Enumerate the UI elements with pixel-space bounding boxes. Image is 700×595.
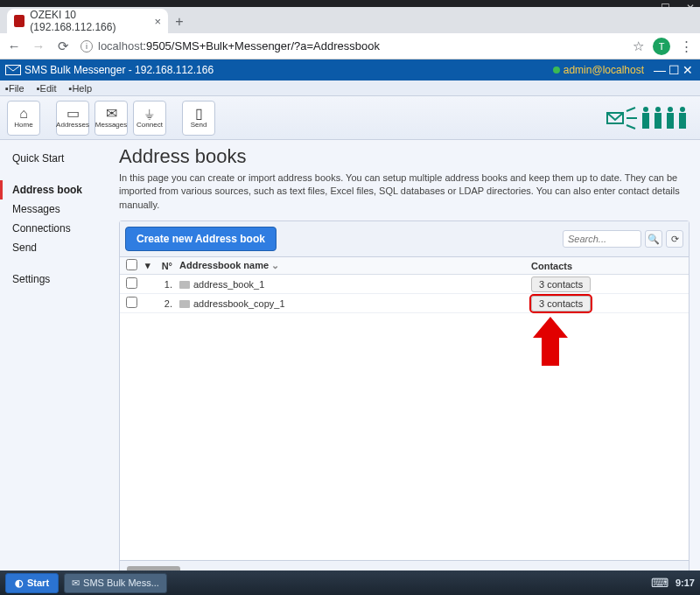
select-all-checkbox[interactable] xyxy=(126,259,137,270)
browser-tab-strip: OZEKI 10 (192.168.112.166) × + xyxy=(0,7,700,33)
browser-menu-button[interactable]: ⋮ xyxy=(679,38,693,54)
col-header-contacts[interactable]: Contacts xyxy=(531,261,689,271)
page-description: In this page you can create or import ad… xyxy=(119,172,690,212)
svg-point-8 xyxy=(680,107,685,112)
address-bar[interactable]: i localhost:9505/SMS+Bulk+Messenger/?a=A… xyxy=(80,39,622,52)
svg-point-4 xyxy=(655,107,661,112)
toolbar: ⌂Home ▭Addresses ✉Messages ⏚Connect ▯Sen… xyxy=(0,96,700,140)
sidebar-item-settings[interactable]: Settings xyxy=(0,270,119,289)
app-minimize-button[interactable]: — xyxy=(653,63,667,77)
browser-url-bar: ← → ⟳ i localhost:9505/SMS+Bulk+Messenge… xyxy=(0,33,700,60)
search-button[interactable]: 🔍 xyxy=(645,230,662,248)
row-checkbox[interactable] xyxy=(126,297,137,308)
reload-button[interactable]: ⟳ xyxy=(56,38,70,54)
contacts-button[interactable]: 3 contacts xyxy=(531,276,591,292)
page-title: Address books xyxy=(119,145,690,168)
toolbar-addresses-button[interactable]: ▭Addresses xyxy=(56,101,89,136)
keyboard-icon[interactable]: ⌨ xyxy=(651,576,668,590)
sidebar-item-messages[interactable]: Messages xyxy=(0,200,119,219)
sidebar-item-quickstart[interactable]: Quick Start xyxy=(0,149,119,168)
sidebar-item-addressbook[interactable]: Address book xyxy=(0,180,119,200)
toolbar-connect-button[interactable]: ⏚Connect xyxy=(133,101,166,136)
plug-icon: ⏚ xyxy=(145,107,154,121)
phone-icon: ▯ xyxy=(195,107,203,121)
forward-button[interactable]: → xyxy=(32,38,46,53)
envelope-icon: ✉ xyxy=(72,578,80,589)
start-button[interactable]: ◐ Start xyxy=(5,573,59,593)
sidebar-item-connections[interactable]: Connections xyxy=(0,219,119,238)
addressbook-panel: Create new Address book 🔍 ⟳ ▾ N° Address… xyxy=(119,220,690,592)
grid-body: 1. address_book_1 3 contacts 2. addressb… xyxy=(120,275,689,560)
browser-tab[interactable]: OZEKI 10 (192.168.112.166) × xyxy=(7,9,168,33)
taskbar-clock: 9:17 xyxy=(676,578,695,588)
menu-edit[interactable]: ▪Edit xyxy=(37,83,57,94)
svg-rect-7 xyxy=(667,113,674,129)
search-input[interactable] xyxy=(563,230,641,248)
svg-rect-3 xyxy=(642,113,649,129)
status-dot-icon xyxy=(553,66,560,74)
site-info-icon[interactable]: i xyxy=(80,40,93,52)
app-close-button[interactable]: ✕ xyxy=(681,63,695,77)
envelope-icon: ✉ xyxy=(106,107,117,121)
panel-toolbar: Create new Address book 🔍 ⟳ xyxy=(120,221,689,257)
app-title-bar: SMS Bulk Messenger - 192.168.112.166 adm… xyxy=(0,60,700,80)
addressbook-icon xyxy=(179,300,190,308)
create-addressbook-button[interactable]: Create new Address book xyxy=(125,227,276,251)
svg-point-6 xyxy=(668,107,673,112)
annotation-arrow-icon xyxy=(533,317,568,369)
svg-rect-9 xyxy=(679,113,686,129)
app-maximize-button[interactable]: ☐ xyxy=(667,63,681,77)
addressbook-icon xyxy=(179,281,190,289)
refresh-button[interactable]: ⟳ xyxy=(666,230,683,248)
envelope-icon xyxy=(5,65,21,75)
new-tab-button[interactable]: + xyxy=(168,10,191,33)
book-icon: ▭ xyxy=(66,107,80,121)
url-text: localhost:9505/SMS+Bulk+Messenger/?a=Add… xyxy=(98,39,380,52)
main-panel: Address books In this page you can creat… xyxy=(119,140,700,592)
start-orb-icon: ◐ xyxy=(15,578,24,589)
os-taskbar: ◐ Start ✉ SMS Bulk Mess... ⌨ 9:17 xyxy=(0,570,700,595)
row-checkbox[interactable] xyxy=(126,277,137,289)
sidebar: Quick Start Address book Messages Connec… xyxy=(0,140,119,592)
profile-avatar[interactable]: T xyxy=(653,38,670,55)
current-user[interactable]: admin@localhost xyxy=(564,64,644,76)
tab-title: OZEKI 10 (192.168.112.166) xyxy=(30,9,149,33)
svg-point-2 xyxy=(643,107,648,112)
content-area: Quick Start Address book Messages Connec… xyxy=(0,140,700,592)
svg-rect-5 xyxy=(654,113,662,129)
table-row[interactable]: 2. addressbook_copy_1 3 contacts xyxy=(120,294,689,313)
menu-bar: ▪File ▪Edit ▪Help xyxy=(0,80,700,96)
col-header-name[interactable]: Addressbook name xyxy=(179,260,269,270)
app-title: SMS Bulk Messenger - 192.168.112.166 xyxy=(24,64,214,76)
col-header-num[interactable]: N° xyxy=(153,261,176,271)
favicon-icon xyxy=(14,15,24,27)
taskbar-app-button[interactable]: ✉ SMS Bulk Mess... xyxy=(64,573,167,593)
table-row[interactable]: 1. address_book_1 3 contacts xyxy=(120,275,689,294)
toolbar-home-button[interactable]: ⌂Home xyxy=(7,101,40,136)
menu-help[interactable]: ▪Help xyxy=(69,83,93,94)
menu-file[interactable]: ▪File xyxy=(5,83,24,94)
back-button[interactable]: ← xyxy=(7,38,21,53)
toolbar-brand-image xyxy=(606,101,693,136)
sidebar-item-send[interactable]: Send xyxy=(0,238,119,257)
grid-header: ▾ N° Addressbook name ⌄ Contacts xyxy=(120,257,689,275)
toolbar-send-button[interactable]: ▯Send xyxy=(182,101,215,136)
bookmark-star-icon[interactable]: ☆ xyxy=(633,38,644,54)
toolbar-messages-button[interactable]: ✉Messages xyxy=(94,101,128,136)
contacts-button[interactable]: 3 contacts xyxy=(531,296,591,312)
home-icon: ⌂ xyxy=(19,107,28,121)
tab-close-button[interactable]: × xyxy=(154,15,161,28)
